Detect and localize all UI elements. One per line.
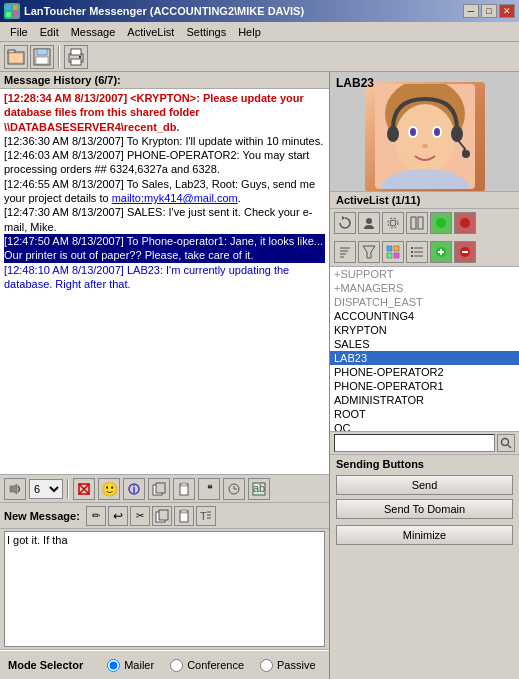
left-panel: Message History (6/7): [12:28:34 AM 8/13… <box>0 72 330 679</box>
activelist-header: ActiveList (1/11) <box>330 192 519 209</box>
copy2-button[interactable] <box>152 506 172 526</box>
al-user-button[interactable] <box>358 212 380 234</box>
cut-button[interactable]: ✂ <box>130 506 150 526</box>
al-list-button[interactable] <box>406 241 428 263</box>
al-red-button[interactable] <box>454 212 476 234</box>
message-input[interactable]: I got it. If tha <box>4 531 325 647</box>
al-refresh-button[interactable] <box>334 212 356 234</box>
minimize-window-button[interactable]: ─ <box>463 4 479 18</box>
svg-point-48 <box>366 218 372 224</box>
search-button[interactable] <box>497 434 515 452</box>
quote-button[interactable]: ❝ <box>198 478 220 500</box>
activelist-list[interactable]: +SUPPORT +MANAGERS DISPATCH_EAST ACCOUNT… <box>330 267 519 432</box>
svg-rect-11 <box>71 49 81 55</box>
svg-rect-30 <box>181 510 187 513</box>
message-history-header: Message History (6/7): <box>0 72 329 89</box>
save-button[interactable] <box>30 45 54 69</box>
al-item-phone-op2[interactable]: PHONE-OPERATOR2 <box>330 365 519 379</box>
al-settings-button[interactable] <box>382 212 404 234</box>
sound-button[interactable] <box>4 478 26 500</box>
avatar-area: LAB23 <box>330 72 519 192</box>
svg-rect-23 <box>181 483 187 486</box>
svg-text:T: T <box>200 510 207 522</box>
svg-rect-60 <box>387 246 392 251</box>
extra-button[interactable]: ab <box>248 478 270 500</box>
al-item-support[interactable]: +SUPPORT <box>330 267 519 281</box>
al-item-sales[interactable]: SALES <box>330 337 519 351</box>
al-sort-button[interactable] <box>334 241 356 263</box>
edit-button[interactable]: ✏ <box>86 506 106 526</box>
app-icon <box>4 3 20 19</box>
close-window-button[interactable]: ✕ <box>499 4 515 18</box>
minimize-button[interactable]: Minimize <box>336 525 513 545</box>
copy-button[interactable] <box>148 478 170 500</box>
mode-passive[interactable]: Passive <box>260 659 316 672</box>
svg-rect-9 <box>36 57 48 64</box>
al-item-managers[interactable]: +MANAGERS <box>330 281 519 295</box>
toolbar-separator <box>58 46 60 68</box>
mode-mailer[interactable]: Mailer <box>107 659 154 672</box>
al-filter-button[interactable] <box>358 241 380 263</box>
al-item-krypton[interactable]: KRYPTON <box>330 323 519 337</box>
al-item-admin[interactable]: ADMINISTRATOR <box>330 393 519 407</box>
search-input[interactable] <box>334 434 495 452</box>
svg-text:i: i <box>132 483 135 495</box>
svg-rect-52 <box>418 217 423 229</box>
open-button[interactable] <box>4 45 28 69</box>
al-item-qc[interactable]: QC <box>330 421 519 432</box>
svg-rect-68 <box>411 251 413 253</box>
svg-marker-47 <box>342 216 345 220</box>
attachment-button[interactable]: i <box>123 478 145 500</box>
smiley-button[interactable]: 🙂 <box>98 478 120 500</box>
menu-settings[interactable]: Settings <box>180 24 232 40</box>
avatar-image <box>365 82 485 192</box>
svg-point-53 <box>436 218 446 228</box>
msg-item: [12:46:03 AM 8/13/2007] PHONE-OPERATOR2:… <box>4 148 325 177</box>
undo-button[interactable]: ↩ <box>108 506 128 526</box>
svg-rect-51 <box>411 217 416 229</box>
print-button[interactable] <box>64 45 88 69</box>
al-icon-button[interactable] <box>382 241 404 263</box>
msg-item: [12:47:30 AM 8/13/2007] SALES: I've just… <box>4 205 325 234</box>
al-item-lab23[interactable]: LAB23 <box>330 351 519 365</box>
menu-file[interactable]: File <box>4 24 34 40</box>
controls-separator <box>67 479 69 499</box>
al-item-root[interactable]: ROOT <box>330 407 519 421</box>
svg-rect-1 <box>13 5 18 10</box>
font-size-select[interactable]: 6789101112 <box>29 479 63 499</box>
paste2-button[interactable] <box>174 506 194 526</box>
al-red2-button[interactable] <box>454 241 476 263</box>
svg-point-54 <box>460 218 470 228</box>
svg-rect-21 <box>156 483 165 493</box>
activelist-toolbar <box>330 209 519 267</box>
svg-marker-59 <box>363 246 375 258</box>
svg-text:ab: ab <box>253 482 265 494</box>
maximize-window-button[interactable]: □ <box>481 4 497 18</box>
svg-point-37 <box>395 104 455 174</box>
al-item-dispatch[interactable]: DISPATCH_EAST <box>330 295 519 309</box>
message-history[interactable]: [12:28:34 AM 8/13/2007] <KRYPTON>: Pleas… <box>0 89 329 475</box>
al-item-phone-op1[interactable]: PHONE-OPERATOR1 <box>330 379 519 393</box>
svg-point-75 <box>502 439 509 446</box>
al-green2-button[interactable] <box>430 241 452 263</box>
window-title: LanToucher Messenger (ACCOUNTING2\MIKE D… <box>24 5 304 17</box>
al-column-button[interactable] <box>406 212 428 234</box>
format-extra[interactable]: T <box>196 506 216 526</box>
svg-rect-6 <box>9 53 23 63</box>
main-layout: Message History (6/7): [12:28:34 AM 8/13… <box>0 72 519 679</box>
svg-rect-67 <box>411 247 413 249</box>
al-green-button[interactable] <box>430 212 452 234</box>
menu-edit[interactable]: Edit <box>34 24 65 40</box>
al-item-accounting4[interactable]: ACCOUNTING4 <box>330 309 519 323</box>
clear-button[interactable] <box>73 478 95 500</box>
menu-message[interactable]: Message <box>65 24 122 40</box>
send-to-domain-button[interactable]: Send To Domain <box>336 499 513 519</box>
menu-help[interactable]: Help <box>232 24 267 40</box>
mode-conference[interactable]: Conference <box>170 659 244 672</box>
svg-point-40 <box>410 128 416 136</box>
send-button[interactable]: Send <box>336 475 513 495</box>
menu-activelist[interactable]: ActiveList <box>121 24 180 40</box>
paste-button[interactable] <box>173 478 195 500</box>
history-button[interactable] <box>223 478 245 500</box>
mode-selector: Mode Selector Mailer Conference Passive <box>0 649 329 679</box>
